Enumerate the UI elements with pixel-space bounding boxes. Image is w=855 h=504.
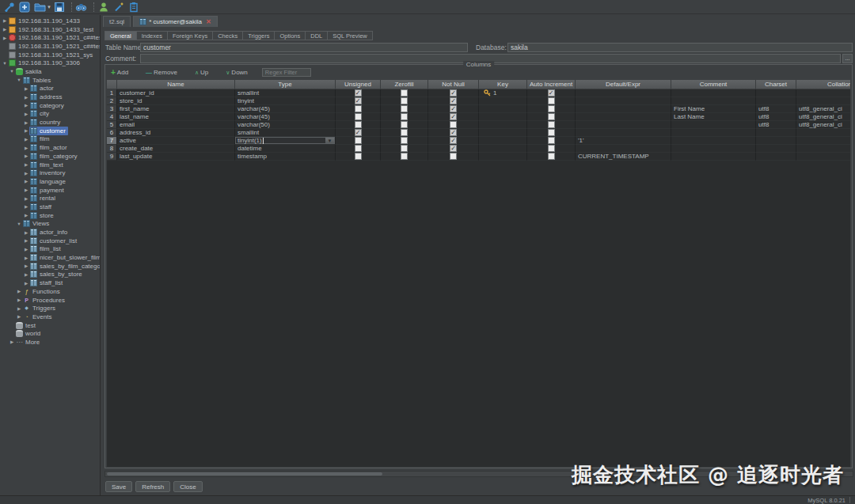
cell-autoincrement[interactable] <box>527 129 576 137</box>
cell-type[interactable]: timestamp ▼ <box>235 153 336 161</box>
scrollbar-thumb[interactable] <box>107 472 382 476</box>
expand-arrow-icon[interactable] <box>23 213 29 218</box>
cell-name[interactable]: create_date <box>117 145 235 153</box>
regex-filter-input[interactable] <box>262 68 311 77</box>
column-row[interactable]: 5 email varchar(50) ▼ <box>107 121 850 129</box>
cell-zerofill[interactable] <box>381 97 428 105</box>
row-number[interactable]: 1 <box>107 89 117 97</box>
tree-item[interactable]: staff <box>0 203 100 211</box>
zerofill-checkbox[interactable] <box>401 113 408 120</box>
column-row[interactable]: 6 address_id smallint ▼ <box>107 129 850 137</box>
open-folder-dropdown-arrow[interactable]: ▼ <box>47 5 51 9</box>
cell-autoincrement[interactable] <box>527 105 576 113</box>
expand-arrow-icon[interactable] <box>23 120 29 125</box>
unsigned-checkbox[interactable] <box>355 113 362 120</box>
expand-arrow-icon[interactable] <box>23 95 29 100</box>
expand-arrow-icon[interactable] <box>23 272 29 277</box>
cell-key[interactable] <box>479 129 527 137</box>
tree-item[interactable]: inventory <box>0 169 100 177</box>
cell-zerofill[interactable] <box>381 113 428 121</box>
zerofill-checkbox[interactable] <box>401 137 408 144</box>
cell-default[interactable] <box>576 89 671 97</box>
comment-more-button[interactable]: ... <box>842 54 853 63</box>
cell-comment[interactable]: Last Name <box>671 113 756 121</box>
cell-comment[interactable] <box>671 121 756 129</box>
cell-autoincrement[interactable] <box>527 145 576 153</box>
expand-arrow-icon[interactable] <box>23 247 29 252</box>
cell-name[interactable]: first_name <box>117 105 235 113</box>
subtab[interactable]: Indexes <box>136 31 168 40</box>
subtab[interactable]: General <box>104 31 137 40</box>
column-row[interactable]: 4 last_name varchar(45) ▼ <box>107 113 850 121</box>
zerofill-checkbox[interactable] <box>401 105 408 112</box>
zerofill-checkbox[interactable] <box>401 121 408 128</box>
cell-default[interactable] <box>576 129 671 137</box>
tree-item-body[interactable]: 192.168.31.190_1521_c##test1 <box>8 33 101 42</box>
cell-collation[interactable] <box>796 89 850 97</box>
cell-collation[interactable] <box>796 153 850 161</box>
tree-item-body[interactable]: test <box>15 321 38 330</box>
autoincrement-checkbox[interactable] <box>548 97 555 104</box>
notnull-checkbox[interactable] <box>450 97 457 104</box>
find-icon[interactable] <box>75 1 88 13</box>
cell-default[interactable] <box>576 121 671 129</box>
combobox-arrow-icon[interactable]: ▼ <box>325 138 334 143</box>
expand-arrow-icon[interactable] <box>23 230 29 235</box>
move-up-button[interactable]: ∧ Up <box>192 69 211 76</box>
tree-item[interactable]: staff_list <box>0 279 100 287</box>
expand-arrow-icon[interactable] <box>16 314 22 319</box>
tree-item-body[interactable]: 192.168.31.190_1433 <box>8 17 82 25</box>
column-header[interactable]: Comment <box>671 80 756 89</box>
tree-item-body[interactable]: staff_list <box>29 279 65 287</box>
zerofill-checkbox[interactable] <box>401 97 408 104</box>
tree-item-body[interactable]: More <box>15 338 42 347</box>
tree-item-body[interactable]: Procedures <box>22 296 67 305</box>
connect-icon[interactable] <box>3 1 16 13</box>
tree-item-body[interactable]: 192.168.31.190_1433_test <box>8 25 96 34</box>
tree-item[interactable]: film_actor <box>0 143 100 152</box>
cell-name[interactable]: store_id <box>117 97 235 105</box>
cell-collation[interactable] <box>796 145 850 153</box>
row-number[interactable]: 2 <box>107 97 117 105</box>
unsigned-checkbox[interactable] <box>355 105 362 112</box>
cell-autoincrement[interactable] <box>527 121 576 129</box>
cell-unsigned[interactable] <box>336 113 381 121</box>
tree-item[interactable]: 192.168.31.190_1521_sys <box>0 51 100 59</box>
remove-column-button[interactable]: — Remove <box>142 69 180 76</box>
tree-item[interactable]: Events <box>0 313 100 321</box>
cell-type[interactable]: datetime ▼ <box>235 145 336 153</box>
row-number[interactable]: 7 <box>107 137 117 145</box>
cell-collation[interactable] <box>796 137 850 145</box>
column-row[interactable]: 8 create_date datetime ▼ <box>107 145 850 153</box>
tree-item[interactable]: film <box>0 135 100 144</box>
tree-item-body[interactable]: address <box>29 93 64 101</box>
cell-comment[interactable] <box>671 153 756 161</box>
cell-unsigned[interactable] <box>336 121 381 129</box>
autoincrement-checkbox[interactable] <box>548 137 555 144</box>
cell-key[interactable] <box>479 153 527 161</box>
cell-charset[interactable]: utf8 <box>756 105 796 113</box>
tree-item[interactable]: Functions <box>0 287 100 296</box>
column-header[interactable]: Default/Expr <box>576 80 671 89</box>
cell-collation[interactable] <box>796 129 850 137</box>
expand-arrow-icon[interactable] <box>16 289 22 294</box>
tree-item[interactable]: 192.168.31.190_1433 <box>0 17 100 25</box>
zerofill-checkbox[interactable] <box>401 129 408 136</box>
cell-type[interactable]: tinyint(1) ▼ <box>235 137 336 145</box>
tree-item-body[interactable]: inventory <box>29 169 67 177</box>
cell-default[interactable] <box>576 105 671 113</box>
wand-icon[interactable] <box>112 1 125 13</box>
autoincrement-checkbox[interactable] <box>548 113 555 120</box>
unsigned-checkbox[interactable] <box>355 129 362 136</box>
tree-item-body[interactable]: actor <box>29 85 56 93</box>
tree-item[interactable]: city <box>0 110 100 119</box>
notnull-checkbox[interactable] <box>450 113 457 120</box>
subtab[interactable]: Foreign Keys <box>167 31 213 40</box>
user-icon[interactable] <box>97 1 110 13</box>
tree-item-body[interactable]: world <box>15 329 43 338</box>
expand-arrow-icon[interactable] <box>16 297 22 302</box>
autoincrement-checkbox[interactable] <box>548 153 555 160</box>
cell-comment[interactable]: First Name <box>671 105 756 113</box>
tree-item[interactable]: Views <box>0 220 100 229</box>
cell-key[interactable] <box>479 145 527 153</box>
